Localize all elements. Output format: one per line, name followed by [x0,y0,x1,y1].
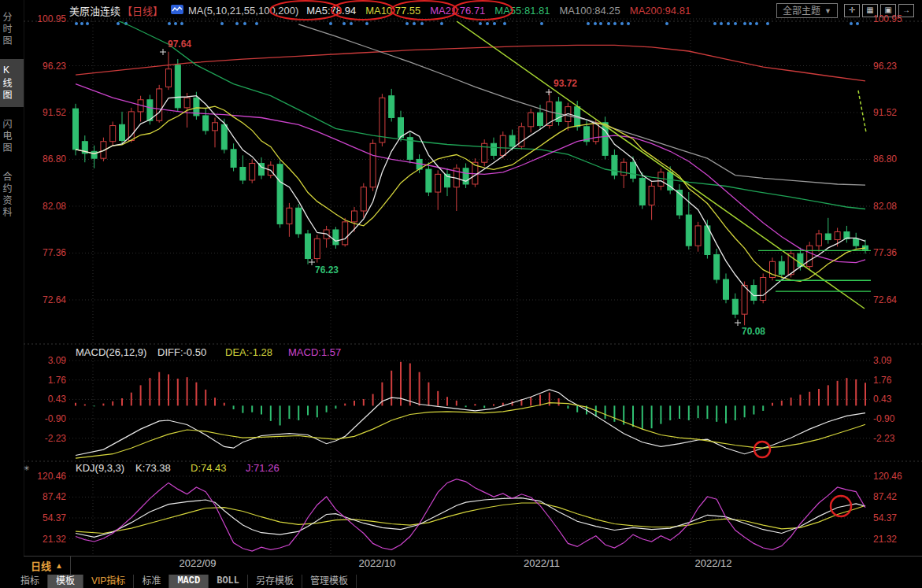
signal-dot [343,22,346,25]
kdj-tick-right: 120.46 [873,471,902,482]
fit-chart-button[interactable]: ▦ [862,4,878,17]
kdj-tick-left: 120.46 [37,471,66,482]
macd-header-item-1: DIFF:-0.50 [157,346,206,358]
macd-plot[interactable] [76,362,865,459]
kdj-plot[interactable] [76,479,865,551]
ma-value-2: MA21:76.71 [430,5,485,17]
xaxis-strip: 日线 ▲ [24,556,922,575]
ma-value-5: MA200:94.81 [630,5,691,17]
main-tick-right: 91.52 [873,107,897,118]
macd-annotation-circle [754,442,770,457]
ma-indicator-list: MA5:78.94MA10:77.55MA21:76.71MA55:81.81M… [306,5,700,17]
bottom-toolbar: 指标模板VIP指标标准MACDBOLL另存模板管理模板 [0,575,922,588]
main-tick-left: 96.23 [43,61,66,72]
signal-dot [180,22,183,25]
ma-value-4: MA100:84.25 [559,5,620,17]
signal-dot [599,22,602,25]
signal-dot [503,22,506,25]
kdj-annotation-circle [831,496,851,516]
signal-dot [365,22,368,25]
signal-dot [720,22,723,25]
signal-dot [440,22,443,25]
signal-dot [80,22,83,25]
top-header: 美原油连续 【日线】 MA(5,10,21,55,100,200) MA5:78… [24,0,922,21]
signal-dot [749,22,752,25]
signal-dot [620,22,624,25]
signal-dot [713,22,716,25]
signal-dot [486,22,489,25]
ma-value-3: MA55:81.81 [494,5,550,17]
macd-header-item-0: MACD(26,12,9) [76,346,146,358]
price-annotation: 93.72 [554,78,577,89]
chart-canvas[interactable]: 100.95100.9596.2396.2391.5291.5286.8086.… [0,0,922,588]
macd-tick-right: 1.76 [873,375,892,386]
signal-dot [743,22,746,25]
signal-dot [734,22,737,25]
period-tab-label: 日线 [31,558,51,573]
shift-right-button[interactable]: → [898,4,914,17]
ma-value-1: MA10:77.55 [365,5,420,17]
signal-dot [613,22,617,25]
theme-selector-button[interactable]: 全部主题 ▼ [776,3,838,18]
toolbar-item-5[interactable]: BOLL [209,575,248,588]
main-tick-right: 82.08 [873,201,897,212]
main-tick-right: 77.36 [873,247,897,258]
signal-dot [607,22,610,25]
signal-dot [766,22,769,25]
signal-dot [405,22,409,25]
sidebar-tab-1[interactable]: K线图 [0,59,24,107]
signal-dot [243,22,246,25]
toolbar-item-6[interactable]: 另存模板 [248,575,302,588]
macd-tick-left: -2.23 [45,433,67,444]
signal-dot [329,22,332,25]
sidebar-tab-2[interactable]: 闪电图 [0,113,24,160]
signal-dot [727,22,730,25]
ma-params-label: MA(5,10,21,55,100,200) [188,5,298,17]
macd-tick-right: -2.23 [873,433,895,444]
toolbar-item-1[interactable]: 模板 [48,575,83,588]
triangle-up-icon: ▲ [55,561,63,570]
macd-tick-left: 3.09 [48,355,67,366]
main-tick-left: 86.80 [43,153,66,165]
signal-dot [850,22,853,25]
signal-dot [493,22,496,25]
macd-header-item-2: DEA:-1.28 [225,346,272,358]
main-tick-right: 96.23 [873,61,897,72]
toolbar-item-4[interactable]: MACD [169,575,209,588]
main-tick-left: 72.64 [43,294,66,305]
price-annotation: 97.64 [168,39,191,50]
ma-value-0: MA5:78.94 [306,5,356,17]
toolbar-item-3[interactable]: 标准 [134,575,169,588]
main-tick-left: 82.08 [43,201,66,212]
instrument-title: 美原油连续 [69,3,120,18]
macd-header-item-3: MACD:1.57 [288,346,341,358]
signal-dot [665,22,668,25]
macd-tick-right: -0.90 [873,413,895,424]
toolbar-item-0[interactable]: 指标 [13,575,48,588]
signal-dot [594,22,597,25]
chevron-down-icon: ▼ [824,5,831,17]
period-tab-daily[interactable]: 日线 ▲ [24,557,71,575]
toolbar-item-2[interactable]: VIP指标 [83,575,134,588]
kline-icon [171,5,183,17]
kdj-header-item-1: K:73.38 [135,462,171,474]
kdj-panel-icon: ✳ [24,464,30,472]
signal-dot [587,22,590,25]
signal-dot [627,22,630,25]
signal-dot [75,22,78,25]
theme-selector-label: 全部主题 [783,5,820,17]
main-tick-right: 86.80 [873,153,897,165]
main-plot[interactable] [73,9,868,325]
signal-dot [235,22,239,25]
signal-dot [168,22,171,25]
pan-tool-button[interactable]: ✛ [844,4,860,17]
toolbar-item-7[interactable]: 管理模板 [302,575,357,588]
signal-dot [124,22,128,25]
sidebar-tab-3[interactable]: 合约资料 [0,166,24,224]
scale-chart-button[interactable]: ▣ [880,4,896,17]
sidebar-tab-0[interactable]: 分时图 [0,6,24,53]
kdj-tick-right: 54.37 [873,512,897,523]
signal-dot [117,22,120,25]
kdj-header-item-3: J:71.26 [246,462,280,474]
main-tick-left: 91.52 [43,107,66,118]
